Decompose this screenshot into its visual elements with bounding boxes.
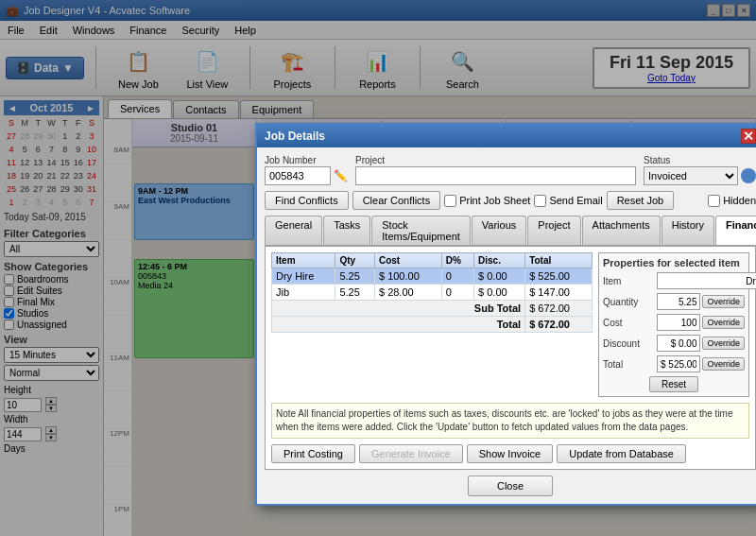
qty-override-button[interactable]: Override: [702, 295, 745, 308]
properties-panel: Properties for selected item Item Quanti…: [598, 252, 749, 397]
prop-total-row: Total Override: [603, 355, 745, 372]
tab-attachments[interactable]: Attachments: [582, 216, 661, 245]
project-input[interactable]: [355, 166, 636, 185]
prop-discount-input[interactable]: [657, 335, 700, 352]
cost-override-button[interactable]: Override: [702, 316, 745, 329]
job-number-label: Job Number: [265, 155, 348, 165]
bottom-buttons: Print Costing Generate Invoice Show Invo…: [271, 444, 749, 463]
hidden-checkbox[interactable]: [708, 195, 720, 207]
row-disc: $ 0.00: [474, 268, 525, 285]
prop-item-input[interactable]: [657, 272, 756, 289]
row-cost: $ 100.00: [374, 268, 441, 285]
prop-item-label: Item: [603, 276, 655, 286]
generate-invoice-button[interactable]: Generate Invoice: [359, 444, 463, 463]
edit-pencil-icon[interactable]: ✏️: [334, 169, 348, 182]
job-number-field: Job Number ✏️: [265, 155, 348, 185]
close-button-wrap: Close: [265, 475, 756, 496]
props-reset-button[interactable]: Reset: [649, 376, 698, 392]
subtotal-label: Sub Total: [272, 301, 525, 317]
prop-qty-input[interactable]: [657, 293, 700, 310]
tab-finance[interactable]: Finance: [715, 216, 756, 245]
tab-tasks[interactable]: Tasks: [323, 216, 370, 245]
job-number-input[interactable]: [265, 166, 331, 185]
dialog-title-bar: Job Details ✕: [257, 125, 756, 147]
print-costing-button[interactable]: Print Costing: [271, 444, 355, 463]
prop-item-row: Item: [603, 272, 745, 289]
dialog-close-btn[interactable]: Close: [468, 475, 553, 496]
col-item: Item: [272, 253, 335, 268]
tab-various[interactable]: Various: [472, 216, 526, 245]
finance-tab-content: Item Qty Cost D% Disc. Total: [265, 246, 756, 470]
col-cost: Cost: [374, 253, 441, 268]
dialog-body: Job Number ✏️ Project Status Invoiced: [257, 147, 756, 504]
status-label: Status: [644, 155, 756, 165]
tab-stock[interactable]: Stock Items/Equipment: [371, 216, 471, 245]
prop-qty-label: Quantity: [603, 297, 655, 307]
dialog-tabs: General Tasks Stock Items/Equipment Vari…: [265, 216, 756, 246]
row-disc: $ 0.00: [474, 285, 525, 301]
finance-note: Note All financial properties of items s…: [271, 403, 749, 439]
prop-discount-row: Discount Override: [603, 335, 745, 352]
subtotal-row: Sub Total $ 672.00: [272, 301, 593, 317]
row-total: $ 525.00: [525, 268, 593, 285]
row-qty: 5.25: [335, 268, 375, 285]
prop-qty-row: Quantity Override: [603, 293, 745, 310]
total-value: $ 672.00: [525, 317, 593, 333]
tab-project[interactable]: Project: [527, 216, 580, 245]
send-email-label: Send Email: [549, 195, 602, 206]
row-qty: 5.25: [335, 285, 375, 301]
prop-total-label: Total: [603, 359, 655, 370]
finance-row[interactable]: Dry Hire 5.25 $ 100.00 0 $ 0.00 $ 525.00: [272, 268, 593, 285]
project-label: Project: [355, 155, 636, 165]
total-label: Total: [272, 317, 525, 333]
discount-override-button[interactable]: Override: [702, 337, 745, 350]
row-item: Jib: [272, 285, 335, 301]
row-dpct: 0: [441, 285, 473, 301]
col-total: Total: [525, 253, 593, 268]
dialog-close-button[interactable]: ✕: [741, 129, 756, 144]
total-override-button[interactable]: Override: [702, 357, 745, 371]
row-cost: $ 28.00: [374, 285, 441, 301]
col-dpct: D%: [441, 253, 473, 268]
prop-cost-label: Cost: [603, 318, 655, 328]
update-from-db-button[interactable]: Update from Database: [557, 444, 686, 463]
finance-row[interactable]: Jib 5.25 $ 28.00 0 $ 0.00 $ 147.00: [272, 285, 593, 301]
finance-table-wrap: Item Qty Cost D% Disc. Total: [271, 252, 593, 397]
finance-table: Item Qty Cost D% Disc. Total: [271, 252, 593, 333]
col-qty: Qty: [335, 253, 375, 268]
hidden-label: Hidden: [723, 195, 756, 206]
action-buttons-row: Find Conflicts Clear Conflicts Print Job…: [265, 191, 756, 210]
total-row: Total $ 672.00: [272, 317, 593, 333]
tab-history[interactable]: History: [662, 216, 714, 245]
prop-cost-row: Cost Override: [603, 314, 745, 331]
hidden-check[interactable]: Hidden: [708, 195, 756, 207]
status-select[interactable]: Invoiced: [644, 166, 738, 185]
status-field: Status Invoiced: [644, 155, 756, 185]
row-total: $ 147.00: [525, 285, 593, 301]
print-job-sheet-label: Print Job Sheet: [459, 195, 530, 206]
row-dpct: 0: [441, 268, 473, 285]
dialog-title-text: Job Details: [265, 130, 325, 143]
prop-total-input[interactable]: [657, 355, 700, 372]
send-email-check[interactable]: Send Email: [534, 195, 602, 207]
col-disc: Disc.: [474, 253, 525, 268]
print-job-sheet-check[interactable]: Print Job Sheet: [444, 195, 530, 207]
reset-job-button[interactable]: Reset Job: [607, 191, 675, 210]
status-indicator: [741, 168, 756, 183]
find-conflicts-button[interactable]: Find Conflicts: [265, 191, 349, 210]
print-job-sheet-checkbox[interactable]: [444, 195, 456, 207]
clear-conflicts-button[interactable]: Clear Conflicts: [352, 191, 441, 210]
prop-cost-input[interactable]: [657, 314, 700, 331]
props-title: Properties for selected item: [603, 257, 745, 268]
project-field: Project: [355, 155, 636, 185]
row-item: Dry Hire: [272, 268, 335, 285]
show-invoice-button[interactable]: Show Invoice: [467, 444, 553, 463]
send-email-checkbox[interactable]: [534, 195, 546, 207]
finance-area: Item Qty Cost D% Disc. Total: [271, 252, 749, 397]
job-info-row: Job Number ✏️ Project Status Invoiced: [265, 155, 756, 185]
prop-discount-label: Discount: [603, 338, 655, 349]
tab-general[interactable]: General: [265, 216, 322, 245]
subtotal-value: $ 672.00: [525, 301, 593, 317]
dialog-overlay: Job Details ✕ Job Number ✏️ Project: [0, 0, 756, 536]
job-details-dialog: Job Details ✕ Job Number ✏️ Project: [255, 123, 756, 506]
